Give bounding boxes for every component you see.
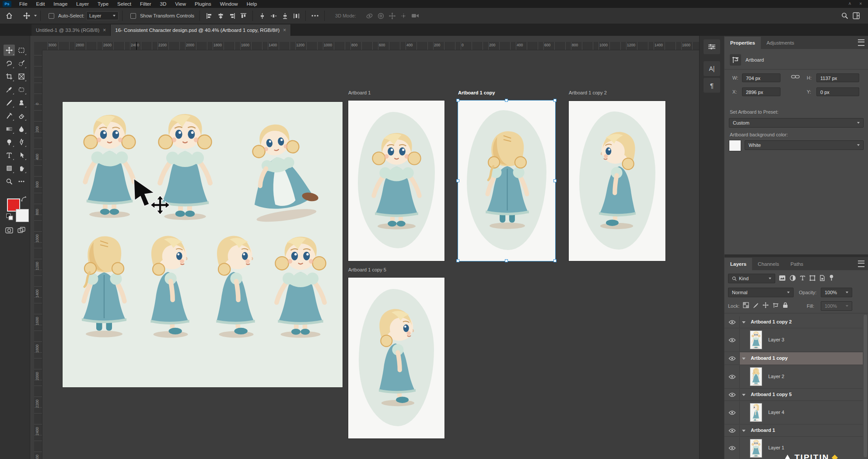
gradient-tool[interactable] [4,123,15,135]
dodge-tool[interactable] [4,136,15,148]
visibility-toggle[interactable] [724,437,740,459]
width-field[interactable]: 704 px [742,73,780,82]
menu-type[interactable]: Type [93,0,113,8]
distribute-horizontal-icon[interactable] [268,10,279,21]
align-top-icon[interactable] [238,10,249,21]
align-right-icon[interactable] [226,10,238,21]
artboard-label-selected[interactable]: Artboard 1 copy [458,90,495,95]
background-color-swatch[interactable] [16,209,29,222]
visibility-toggle[interactable] [724,329,740,351]
layer-filter-kind-select[interactable]: Kind [728,274,775,283]
height-field[interactable]: 1137 px [816,73,859,82]
crop-tool[interactable] [4,71,15,82]
eraser-tool[interactable] [16,110,27,122]
artboard-1-copy-5[interactable] [348,278,444,438]
history-brush-tool[interactable] [4,110,15,122]
artboard-bg-swatch[interactable] [729,140,741,151]
filter-type-layers-icon[interactable] [800,275,805,281]
healing-patch-tool[interactable] [16,84,27,95]
artboard-1-copy-2[interactable] [569,101,665,261]
layer-row[interactable]: Layer 3 [724,329,863,352]
tab-properties[interactable]: Properties [724,37,761,49]
character-panel-icon[interactable]: A| [704,61,720,76]
selection-handle[interactable] [553,179,556,182]
frame-tool[interactable] [16,71,27,82]
search-icon[interactable] [839,10,850,21]
menu-3d[interactable]: 3D [156,0,171,8]
brush-settings-panel-icon[interactable] [704,39,720,54]
x-field[interactable]: 2896 px [742,87,780,96]
layer-row[interactable]: Layer 4 [724,401,863,424]
selection-handle[interactable] [553,99,556,102]
eyedropper-tool[interactable] [4,84,15,95]
visibility-toggle[interactable] [724,352,740,365]
selection-handle[interactable] [505,259,508,262]
menu-help[interactable]: Help [242,0,262,8]
artboard-1-copy[interactable] [458,101,555,261]
layer-group-row-selected[interactable]: Artboard 1 copy [724,352,863,365]
auto-select-checkbox[interactable] [49,13,54,19]
panel-menu-icon[interactable] [858,39,864,46]
selection-handle[interactable] [505,99,508,102]
chevron-down-icon[interactable] [34,15,37,17]
distribute-vertical-icon[interactable] [290,10,302,21]
layer-thumbnail[interactable] [750,330,762,349]
tab-layers[interactable]: Layers [724,258,752,270]
tab-paths[interactable]: Paths [785,258,809,270]
background-color-select[interactable]: White [745,140,864,150]
visibility-toggle[interactable] [724,389,740,400]
home-icon[interactable] [4,10,15,21]
path-selection-tool[interactable] [16,150,27,161]
layers-scrollbar[interactable] [864,315,867,457]
paragraph-panel-icon[interactable]: ¶ [704,78,720,93]
tab-adjustments[interactable]: Adjustments [761,37,800,49]
opacity-field[interactable]: 100% [821,288,852,297]
ruler-vertical[interactable]: 0200400600800100012001400160018002000220… [34,50,42,459]
layer-group-row[interactable]: Artboard 1 copy 5 [724,389,863,401]
menu-layer[interactable]: Layer [72,0,93,8]
artboard-1[interactable] [348,101,444,261]
artboard-label[interactable]: Artboard 1 [348,90,371,95]
align-left-icon[interactable] [203,10,215,21]
layer-thumbnail[interactable] [750,439,762,458]
auto-select-target-dropdown[interactable]: Layer [86,11,119,20]
workspace-switcher-icon[interactable] [850,10,862,21]
move-tool-options-icon[interactable] [21,10,32,21]
artboard-label[interactable]: Artboard 1 copy 5 [348,267,386,272]
menu-file[interactable]: File [15,0,32,8]
artboard-label[interactable]: Artboard 1 copy 2 [569,90,607,95]
quick-selection-tool[interactable] [16,58,27,69]
blur-tool[interactable] [16,123,27,135]
lock-all-icon[interactable] [783,302,788,308]
type-tool[interactable] [4,150,15,161]
layer-group-row[interactable]: Artboard 1 [724,425,863,437]
y-field[interactable]: 0 px [816,87,859,96]
ruler-horizontal[interactable]: 3000280026002400220020001800160014001200… [42,42,699,50]
selection-handle[interactable] [456,179,459,182]
layer-thumbnail[interactable] [750,367,762,386]
lock-transparency-icon[interactable] [743,302,749,308]
close-icon[interactable]: × [103,27,106,33]
photoshop-logo-icon[interactable]: Ps [3,1,11,7]
lock-artboard-nesting-icon[interactable] [773,303,779,308]
chevron-down-icon[interactable] [742,321,746,323]
brush-tool[interactable] [4,97,15,108]
selection-handle[interactable] [456,259,459,262]
blend-mode-select[interactable]: Normal [728,288,794,297]
lock-position-icon[interactable] [763,302,769,308]
visibility-toggle[interactable] [724,401,740,424]
more-options-icon[interactable] [309,10,321,21]
filter-pin-icon[interactable] [829,275,834,281]
visibility-toggle[interactable] [724,316,740,328]
default-colors-icon[interactable] [6,213,13,222]
align-center-horizontal-icon[interactable] [215,10,226,21]
quick-mask-icon[interactable] [4,225,15,236]
chevron-down-icon[interactable] [742,358,746,360]
zoom-tool[interactable] [4,176,15,187]
swap-colors-icon[interactable] [21,196,27,203]
menu-plugins[interactable]: Plugins [190,0,216,8]
tab-untitled-1[interactable]: Untitled-1 @ 33.3% (RGB/8) × [32,24,111,36]
layer-group-row[interactable]: Artboard 1 copy 2 [724,316,863,328]
distribute-top-icon[interactable] [256,10,268,21]
show-transform-checkbox[interactable] [130,13,136,19]
